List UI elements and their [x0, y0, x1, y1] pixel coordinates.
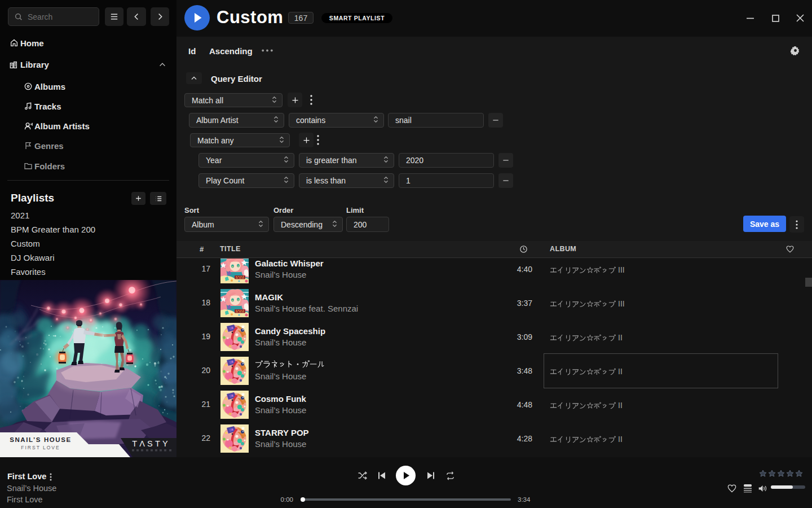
- svg-text:SNAIL’S HOUSE: SNAIL’S HOUSE: [10, 436, 72, 443]
- svg-text:TΛSTY: TΛSTY: [132, 439, 170, 448]
- svg-text:FIRST LOVE: FIRST LOVE: [21, 445, 60, 450]
